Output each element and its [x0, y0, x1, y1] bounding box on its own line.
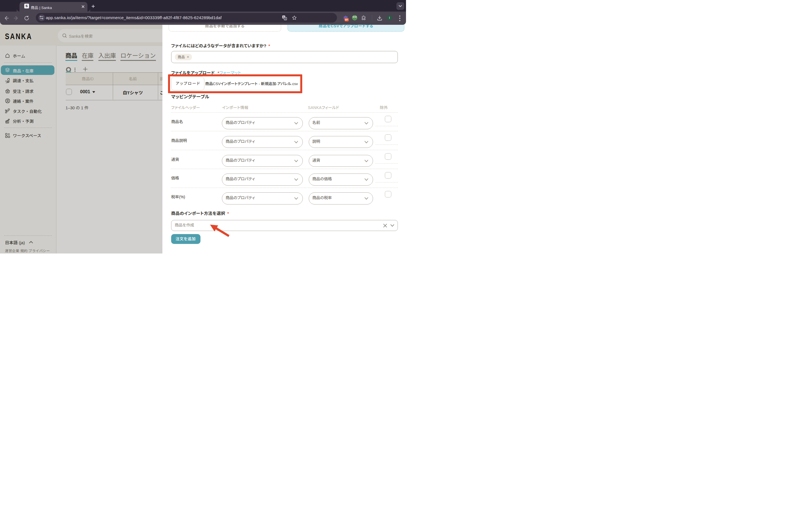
- svg-text:文: 文: [284, 17, 286, 20]
